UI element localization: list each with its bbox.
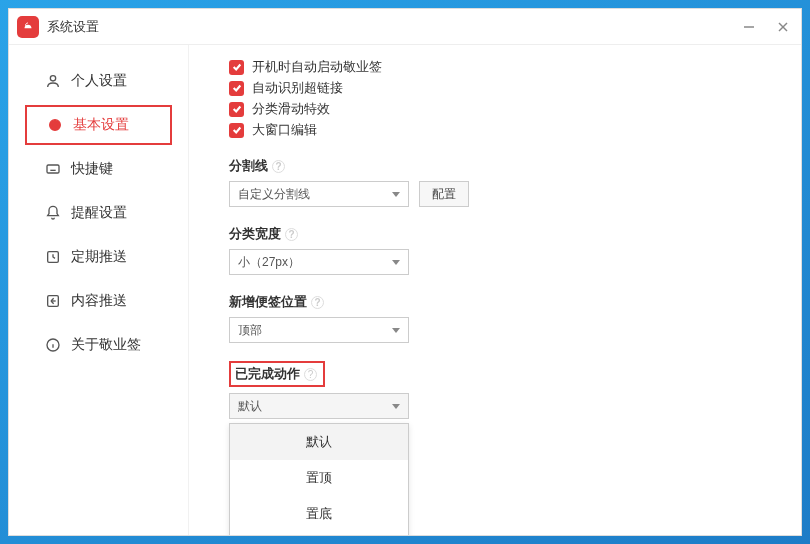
checkbox-checked-icon	[229, 102, 244, 117]
sidebar-item-reminder[interactable]: 提醒设置	[25, 193, 172, 233]
checkbox-checked-icon	[229, 60, 244, 75]
sidebar-item-schedule[interactable]: 定期推送	[25, 237, 172, 277]
window-controls	[739, 17, 793, 37]
svg-point-5	[53, 123, 57, 127]
sidebar-item-label: 定期推送	[71, 248, 127, 266]
close-button[interactable]	[773, 17, 793, 37]
checkbox-label: 开机时自动启动敬业签	[252, 58, 382, 76]
section-label: 分割线	[229, 157, 268, 175]
arrow-square-icon	[45, 293, 61, 309]
app-icon	[17, 16, 39, 38]
checkbox-label: 大窗口编辑	[252, 121, 317, 139]
sidebar-item-basic[interactable]: 基本设置	[25, 105, 172, 145]
configure-button[interactable]: 配置	[419, 181, 469, 207]
width-select[interactable]: 小（27px）	[229, 249, 409, 275]
done-action-dropdown: 默认 置顶 置底 删除	[229, 423, 409, 535]
sidebar-item-shortcuts[interactable]: 快捷键	[25, 149, 172, 189]
checkbox-checked-icon	[229, 123, 244, 138]
checkbox-row-autostart[interactable]: 开机时自动启动敬业签	[229, 58, 781, 76]
section-label: 新增便签位置	[229, 293, 307, 311]
chevron-down-icon	[392, 404, 400, 409]
sidebar-item-personal[interactable]: 个人设置	[25, 61, 172, 101]
sidebar-item-label: 基本设置	[73, 116, 129, 134]
select-value: 自定义分割线	[238, 186, 310, 203]
sidebar-item-label: 个人设置	[71, 72, 127, 90]
checkbox-checked-icon	[229, 81, 244, 96]
select-value: 顶部	[238, 322, 262, 339]
sidebar-item-about[interactable]: 关于敬业签	[25, 325, 172, 365]
chevron-down-icon	[392, 260, 400, 265]
svg-point-3	[50, 76, 55, 81]
sidebar: 个人设置 基本设置 快捷键 提醒设置	[9, 45, 189, 535]
section-label: 分类宽度	[229, 225, 281, 243]
chevron-down-icon	[392, 328, 400, 333]
checkbox-row-big-window[interactable]: 大窗口编辑	[229, 121, 781, 139]
dropdown-option-bottom[interactable]: 置底	[230, 496, 408, 532]
checkbox-label: 分类滑动特效	[252, 100, 330, 118]
sidebar-item-label: 提醒设置	[71, 204, 127, 222]
person-icon	[45, 73, 61, 89]
sidebar-item-label: 关于敬业签	[71, 336, 141, 354]
sidebar-item-content-push[interactable]: 内容推送	[25, 281, 172, 321]
checkbox-row-hyperlink[interactable]: 自动识别超链接	[229, 79, 781, 97]
done-action-select[interactable]: 默认	[229, 393, 409, 419]
target-icon	[47, 117, 63, 133]
dropdown-option-default[interactable]: 默认	[230, 424, 408, 460]
divider-select[interactable]: 自定义分割线	[229, 181, 409, 207]
minimize-button[interactable]	[739, 17, 759, 37]
section-label: 已完成动作	[235, 365, 300, 383]
newpos-select[interactable]: 顶部	[229, 317, 409, 343]
settings-window: 系统设置 个人设置 基本设置	[8, 8, 802, 536]
section-divider: 分割线 ? 自定义分割线 配置	[229, 157, 781, 207]
keyboard-icon	[45, 161, 61, 177]
help-icon[interactable]: ?	[311, 296, 324, 309]
window-body: 个人设置 基本设置 快捷键 提醒设置	[9, 45, 801, 535]
info-icon	[45, 337, 61, 353]
section-done-action: 已完成动作 ? 默认 默认 置顶 置底 删除	[229, 361, 781, 535]
help-icon[interactable]: ?	[304, 368, 317, 381]
help-icon[interactable]: ?	[285, 228, 298, 241]
dropdown-option-delete[interactable]: 删除	[230, 532, 408, 535]
sidebar-item-label: 快捷键	[71, 160, 113, 178]
dropdown-option-top[interactable]: 置顶	[230, 460, 408, 496]
window-title: 系统设置	[47, 18, 731, 36]
titlebar: 系统设置	[9, 9, 801, 45]
checkbox-row-slide-effect[interactable]: 分类滑动特效	[229, 100, 781, 118]
content-pane: 开机时自动启动敬业签 自动识别超链接 分类滑动特效 大窗口编辑 分割线 ?	[189, 45, 801, 535]
chevron-down-icon	[392, 192, 400, 197]
select-value: 默认	[238, 398, 262, 415]
clock-square-icon	[45, 249, 61, 265]
select-value: 小（27px）	[238, 254, 300, 271]
help-icon[interactable]: ?	[272, 160, 285, 173]
svg-rect-6	[47, 165, 59, 173]
checkbox-label: 自动识别超链接	[252, 79, 343, 97]
sidebar-item-label: 内容推送	[71, 292, 127, 310]
bell-icon	[45, 205, 61, 221]
section-new-note-position: 新增便签位置 ? 顶部	[229, 293, 781, 343]
section-category-width: 分类宽度 ? 小（27px）	[229, 225, 781, 275]
highlighted-label: 已完成动作 ?	[229, 361, 325, 387]
